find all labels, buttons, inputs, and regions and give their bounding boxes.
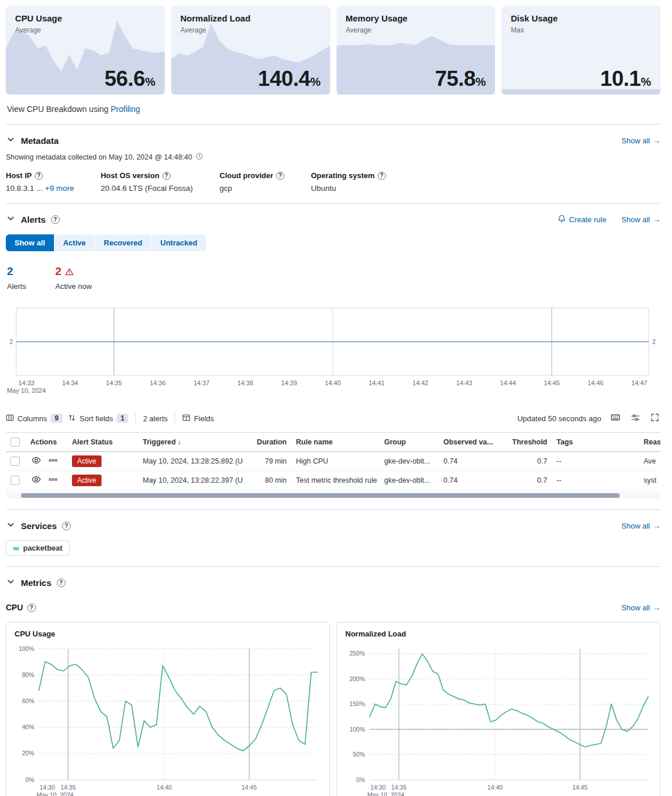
bell-icon xyxy=(558,215,566,225)
cell-duration: 79 min xyxy=(248,457,291,465)
packetbeat-icon: ∞ xyxy=(13,544,19,552)
alerts-status-tabs: Show all Active Recovered Untracked xyxy=(6,234,206,251)
metadata-collapse-button[interactable] xyxy=(6,135,16,146)
svg-text:14:37: 14:37 xyxy=(193,379,209,386)
arrow-right-icon: → xyxy=(653,136,660,145)
profiling-link[interactable]: Profiling xyxy=(111,104,140,114)
metadata-field-value: Ubuntu xyxy=(311,184,337,193)
alerts-table-header: ActionsAlert StatusTriggered↓DurationRul… xyxy=(6,432,660,452)
alerts-table-body: ActiveMay 10, 2024, 13:28:25.892 (U79 mi… xyxy=(6,452,660,490)
keyboard-icon xyxy=(610,413,620,424)
svg-text:May 10, 2024: May 10, 2024 xyxy=(367,791,404,796)
keyboard-shortcuts-button[interactable] xyxy=(609,411,622,425)
column-header-observed-va-[interactable]: Observed va... xyxy=(439,433,497,451)
service-badge-packetbeat[interactable]: ∞packetbeat xyxy=(6,540,70,556)
svg-text:0%: 0% xyxy=(26,776,34,783)
svg-text:14:30: 14:30 xyxy=(370,784,385,791)
columns-button[interactable]: Columns 9 xyxy=(6,414,63,424)
status-badge: Active xyxy=(72,475,102,486)
fullscreen-button[interactable] xyxy=(649,412,660,425)
alerts-help-icon[interactable]: ? xyxy=(51,215,60,224)
column-header-triggered[interactable]: Triggered↓ xyxy=(138,433,248,451)
alert-table-row: ActiveMay 10, 2024, 13:28:25.892 (U79 mi… xyxy=(6,452,660,471)
kpi-unit: % xyxy=(145,75,156,88)
alerts-tab[interactable]: Recovered xyxy=(95,234,151,251)
cell-tags: -- xyxy=(552,476,639,484)
cell-observed-value: 0.74 xyxy=(439,457,497,465)
svg-text:14:34: 14:34 xyxy=(62,379,78,386)
alerts-tab[interactable]: Active xyxy=(55,234,95,251)
section-divider xyxy=(6,124,660,125)
clock-icon[interactable] xyxy=(196,153,203,162)
metadata-field-value: gcp xyxy=(219,184,232,193)
svg-text:14:33: 14:33 xyxy=(19,379,35,386)
view-alert-eye-icon[interactable] xyxy=(31,475,41,486)
sort-fields-button[interactable]: Sort fields 1 xyxy=(68,414,129,424)
svg-text:14:40: 14:40 xyxy=(325,379,341,386)
cell-reason: syst xyxy=(639,476,660,484)
fields-button[interactable]: Fields xyxy=(182,414,214,424)
field-help-icon[interactable]: ? xyxy=(162,172,171,180)
column-header-rule-name[interactable]: Rule name xyxy=(291,433,380,451)
row-actions-menu-icon[interactable] xyxy=(49,475,57,486)
field-help-icon[interactable]: ? xyxy=(378,172,386,180)
metadata-collected-line: Showing metadata collected on May 10, 20… xyxy=(6,153,660,162)
svg-text:200%: 200% xyxy=(349,675,365,682)
column-header-tags[interactable]: Tags xyxy=(552,433,639,451)
alerts-count-text: 2 alerts xyxy=(143,414,168,423)
alerts-collapse-button[interactable] xyxy=(6,214,16,225)
metadata-field: Host IP? 10.8.3.1 ... +9 more xyxy=(6,171,74,193)
column-header-threshold[interactable]: Threshold xyxy=(497,433,552,451)
metrics-show-all-link[interactable]: Show all→ xyxy=(622,603,660,612)
metadata-show-all-link[interactable]: Show all→ xyxy=(622,136,660,145)
row-checkbox[interactable] xyxy=(10,476,20,485)
service-name: packetbeat xyxy=(23,544,63,552)
toolbar-separator xyxy=(135,414,136,423)
display-options-button[interactable] xyxy=(630,412,641,425)
column-header-alert-status[interactable]: Alert Status xyxy=(67,433,138,451)
metrics-cpu-subtitle: CPU xyxy=(6,603,23,612)
column-header-group[interactable]: Group xyxy=(380,433,439,451)
alerts-summary-item: 2 Active now xyxy=(55,265,92,291)
metrics-collapse-button[interactable] xyxy=(6,577,16,588)
cpu-usage-chart: 0%20%40%60%80%100%14:3014:3514:4014:45Ma… xyxy=(12,643,323,796)
more-values-link[interactable]: +9 more xyxy=(45,184,74,193)
metadata-field: Cloud provider? gcp xyxy=(219,171,284,193)
field-help-icon[interactable]: ? xyxy=(35,172,43,180)
services-list: ∞packetbeat xyxy=(6,531,660,556)
services-show-all-link[interactable]: Show all→ xyxy=(622,522,660,530)
row-actions-menu-icon[interactable] xyxy=(49,456,57,466)
create-rule-link[interactable]: Create rule xyxy=(558,215,606,225)
metrics-title: Metrics xyxy=(21,578,52,588)
kpi-subtitle: Average xyxy=(180,26,321,34)
section-divider xyxy=(6,203,660,204)
cell-actions xyxy=(26,475,67,486)
row-checkbox[interactable] xyxy=(10,457,20,466)
alerts-tab[interactable]: Untracked xyxy=(151,234,206,251)
kpi-title: Disk Usage xyxy=(511,13,651,23)
svg-text:80%: 80% xyxy=(22,671,34,678)
column-header-duration[interactable]: Duration xyxy=(248,433,291,451)
metadata-field-value: 20.04.6 LTS (Focal Fossa) xyxy=(100,184,193,193)
kpi-card[interactable]: Disk Usage Max 10.1% xyxy=(501,6,660,95)
alerts-show-all-link[interactable]: Show all→ xyxy=(622,215,660,224)
services-collapse-button[interactable] xyxy=(6,520,16,531)
metrics-help-icon[interactable]: ? xyxy=(57,578,66,587)
services-help-icon[interactable]: ? xyxy=(62,522,71,530)
field-help-icon[interactable]: ? xyxy=(276,172,284,180)
alerts-tab[interactable]: Show all xyxy=(6,234,55,251)
cpu-help-icon[interactable]: ? xyxy=(27,603,36,612)
cell-group: gke-dev-oblt... xyxy=(380,457,439,465)
column-header-reason[interactable]: Reason xyxy=(639,433,660,451)
services-title: Services xyxy=(21,521,57,531)
kpi-card[interactable]: Memory Usage Average 75.8% xyxy=(337,6,496,95)
cell-duration: 80 min xyxy=(248,476,291,484)
kpi-card[interactable]: CPU Usage Average 56.6% xyxy=(6,6,165,95)
column-header-actions[interactable]: Actions xyxy=(26,433,67,451)
columns-label: Columns xyxy=(17,414,47,423)
kpi-card[interactable]: Normalized Load Average 140.4% xyxy=(171,6,330,95)
scrollbar-thumb[interactable] xyxy=(21,493,620,498)
select-all-checkbox[interactable] xyxy=(10,437,20,447)
metadata-field-label: Cloud provider xyxy=(219,171,273,180)
view-alert-eye-icon[interactable] xyxy=(31,455,41,467)
